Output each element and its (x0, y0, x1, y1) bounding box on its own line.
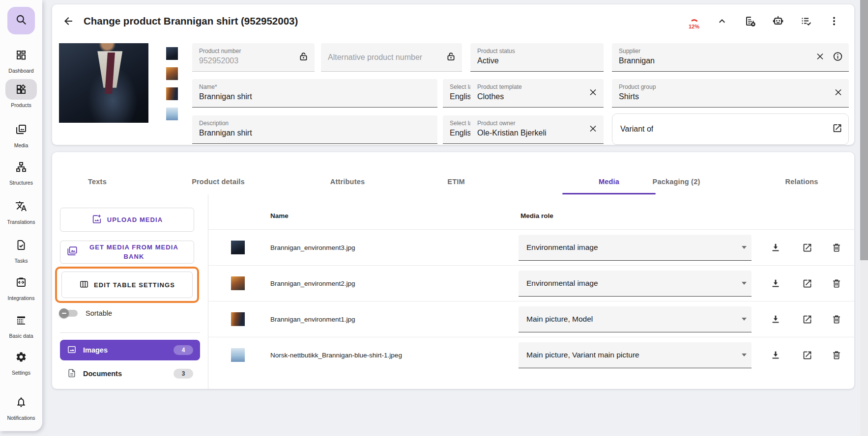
tab-etim[interactable]: ETIM (447, 178, 464, 186)
table-row[interactable]: Norsk-nettbutikk_Brannigan-blue-shirt-1.… (208, 337, 854, 373)
completeness-progress[interactable]: 12% (688, 15, 700, 29)
row-thumbnail[interactable] (231, 312, 245, 326)
collapse-button[interactable] (716, 15, 728, 29)
media-role-select[interactable]: Environmental image (519, 271, 752, 297)
tab-product-details[interactable]: Product details (192, 178, 245, 186)
product-thumbnail-1[interactable] (166, 47, 178, 60)
tab-media[interactable]: Media (599, 178, 619, 186)
back-button[interactable] (60, 14, 76, 30)
row-thumbnail[interactable] (231, 276, 245, 290)
sortable-toggle[interactable] (61, 310, 78, 317)
tasks-icon (5, 235, 37, 255)
task-list-button[interactable] (800, 15, 812, 29)
download-icon[interactable] (770, 313, 781, 325)
variant-of-field[interactable]: Variant of (612, 113, 849, 145)
page-scrollbar (860, 0, 868, 436)
assistant-button[interactable] (772, 15, 784, 29)
sidebar-item-integrations[interactable]: Integrations (0, 272, 42, 301)
table-row[interactable]: Brannigan_environment2.jpg Environmental… (208, 265, 854, 301)
sidebar-item-notifications[interactable]: Notifications (0, 392, 42, 421)
product-thumbnail-3[interactable] (166, 87, 178, 100)
add-note-button[interactable] (744, 15, 756, 29)
dropdown-arrow-icon (742, 318, 747, 321)
delete-icon[interactable] (831, 242, 842, 253)
scrollbar-thumb[interactable] (860, 0, 868, 260)
toggle-knob-icon (59, 308, 69, 318)
dashboard-icon (5, 45, 37, 65)
lock-icon (298, 51, 309, 63)
sidebar-item-media[interactable]: Media (0, 119, 42, 148)
product-main-image[interactable] (59, 43, 148, 123)
document-icon (67, 368, 77, 380)
sortable-toggle-row: Sortable (61, 309, 112, 317)
sidebar-item-dashboard[interactable]: Dashboard (0, 45, 42, 74)
delete-icon[interactable] (831, 313, 842, 325)
table-row[interactable]: Brannigan_environment3.jpg Environmental… (208, 229, 854, 265)
table-row[interactable]: Brannigan_environment1.jpg Main picture,… (208, 301, 854, 337)
product-status-field[interactable]: Product status Active (470, 43, 604, 72)
download-icon[interactable] (770, 349, 781, 361)
search-button[interactable] (7, 7, 35, 34)
media-role-select[interactable]: Main picture, Model (519, 306, 752, 332)
open-in-new-icon[interactable] (801, 313, 813, 325)
product-thumbnail-4[interactable] (166, 108, 178, 120)
edit-table-settings-button[interactable]: EDIT TABLE SETTINGS (61, 272, 193, 298)
image-icon (67, 345, 77, 356)
product-group-field[interactable]: Product group Shirts (612, 79, 849, 108)
sidebar-item-tasks[interactable]: Tasks (0, 235, 42, 264)
clear-owner-icon[interactable] (588, 124, 598, 135)
clear-template-icon[interactable] (588, 87, 598, 99)
tab-relations[interactable]: Relations (785, 178, 818, 186)
file-name: Brannigan_environment3.jpg (270, 244, 355, 251)
media-role-select[interactable]: Environmental image (519, 235, 752, 261)
tab-attributes[interactable]: Attributes (330, 178, 365, 186)
download-icon[interactable] (770, 277, 781, 289)
name-field[interactable]: Name* Brannigan shirt (192, 79, 437, 108)
supplier-info-icon[interactable] (833, 51, 843, 63)
documents-count-badge: 3 (174, 369, 193, 379)
sidebar-item-structures[interactable]: Structures (0, 157, 42, 186)
translations-icon (5, 196, 37, 217)
checklist-icon (800, 15, 812, 29)
lock-icon (446, 51, 456, 63)
tab-packaging[interactable]: Packaging (2) (653, 178, 700, 186)
more-menu-button[interactable] (828, 15, 840, 29)
upload-media-button[interactable]: UPLOAD MEDIA (60, 208, 194, 232)
category-documents[interactable]: Documents 3 (60, 363, 200, 384)
sidebar-item-basic-data[interactable]: Basic data (0, 310, 42, 339)
delete-icon[interactable] (831, 349, 842, 361)
clear-supplier-icon[interactable] (815, 52, 825, 63)
open-in-new-icon[interactable] (801, 277, 813, 289)
delete-icon[interactable] (831, 277, 842, 289)
clear-group-icon[interactable] (834, 87, 843, 99)
dropdown-arrow-icon (742, 282, 747, 285)
sortable-label: Sortable (86, 309, 112, 317)
row-thumbnail[interactable] (231, 348, 245, 362)
sidebar-item-translations[interactable]: Translations (0, 196, 42, 225)
search-icon (15, 13, 28, 28)
open-in-new-icon[interactable] (801, 242, 813, 253)
dropdown-arrow-icon (742, 354, 747, 356)
sidebar-item-products[interactable]: Products (0, 79, 42, 108)
chevron-up-icon (716, 15, 728, 29)
basic-data-icon (5, 310, 37, 330)
product-header-card: Change product Brannigan shirt (95295200… (52, 4, 854, 145)
supplier-field[interactable]: Supplier Brannigan (612, 43, 849, 72)
category-images[interactable]: Images 4 (60, 340, 200, 360)
product-thumbnail-2[interactable] (166, 67, 178, 80)
alternative-product-number-field[interactable]: Alternative product number (321, 43, 462, 72)
product-number-field[interactable]: Product number 952952003 (192, 43, 315, 72)
product-template-field[interactable]: Product template Clothes (470, 79, 604, 108)
tab-texts[interactable]: Texts (88, 178, 107, 186)
image-plus-icon (91, 214, 102, 226)
row-thumbnail[interactable] (231, 241, 245, 254)
description-field[interactable]: Description Brannigan shirt (192, 115, 437, 144)
download-icon[interactable] (770, 242, 781, 253)
sidebar-item-settings[interactable]: Settings (0, 347, 42, 376)
media-role-select[interactable]: Main picture, Variant main picture (519, 342, 752, 368)
open-in-new-icon[interactable] (801, 349, 813, 361)
column-header-name: Name (270, 212, 289, 219)
open-in-new-icon[interactable] (832, 123, 842, 136)
product-owner-field[interactable]: Product owner Ole-Kristian Bjerkeli (470, 115, 604, 144)
get-media-from-media-bank-button[interactable]: GET MEDIA FROM MEDIA BANK (60, 241, 194, 264)
